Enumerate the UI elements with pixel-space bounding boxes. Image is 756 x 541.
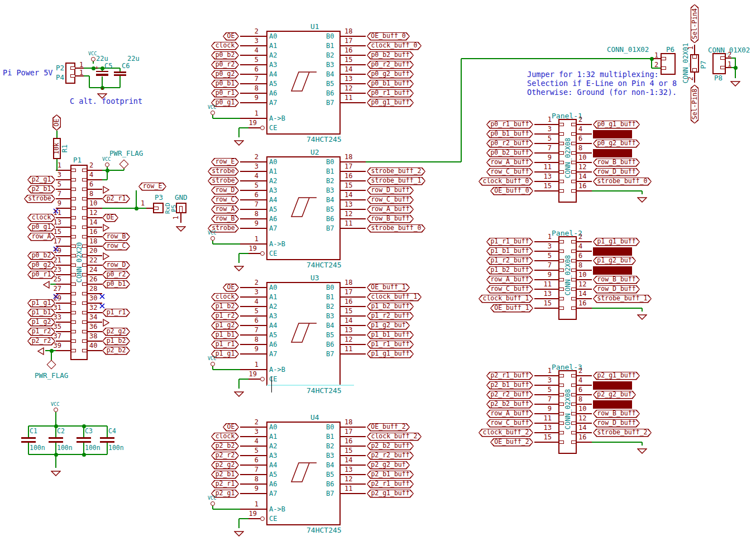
value-C1[interactable]: 100n <box>30 445 45 452</box>
global-label-p2_g2_buf[interactable]: p2_g2_buf <box>367 461 410 470</box>
global-label-OE_buff_1[interactable]: OE_buff_1 <box>367 284 410 292</box>
global-label-p0_b1_buff[interactable]: p0_b1_buff <box>486 130 533 138</box>
ref-U1[interactable]: U1 <box>310 23 319 30</box>
ref-P4[interactable]: P4 <box>56 74 64 82</box>
global-label-p0_g1_buff[interactable]: p0_g1_buff <box>367 99 414 107</box>
global-label-OE[interactable]: OE <box>223 32 239 41</box>
ref-R1[interactable]: R1 <box>61 145 68 152</box>
value-C5[interactable]: 22u <box>96 55 108 62</box>
global-label-p1_b1_buff[interactable]: p1_b1_buff <box>367 331 414 339</box>
global-label-row_B_buff[interactable]: row_B_buff <box>367 215 414 223</box>
global-label-p1_r2_buff[interactable]: p1_r2_buff <box>367 312 414 320</box>
value-C6[interactable]: 22u <box>127 55 140 62</box>
global-label-p2_r1_buff[interactable]: p2_r1_buff <box>486 372 533 380</box>
global-label-row_E[interactable]: row_E <box>211 158 239 166</box>
global-label-strobe_buff_2[interactable]: strobe_buff_2 <box>367 167 425 176</box>
global-label-p2_r2[interactable]: p2_r2 <box>211 452 239 460</box>
global-label-clock_buff_0[interactable]: clock_buff_0 <box>479 178 533 186</box>
pwr-flag-label[interactable]: PWR_FLAG <box>35 372 68 380</box>
global-label-strobe[interactable]: strobe <box>208 177 239 185</box>
value-U4[interactable]: 74HCT245 <box>307 526 342 534</box>
global-label-row_B[interactable]: row_B <box>211 215 239 223</box>
global-label-p0_b1_buff[interactable]: p0_b1_buff <box>367 80 414 88</box>
global-label-row_A[interactable]: row_A <box>211 205 239 214</box>
global-label-p0_r2[interactable]: p0_r2 <box>102 271 130 279</box>
global-label-row_C[interactable]: row_C <box>211 196 239 204</box>
global-label-row_A_buff[interactable]: row_A_buff <box>367 205 414 214</box>
global-label-p2_r1_buff[interactable]: p2_r1_buff <box>367 480 414 489</box>
ref-C4[interactable]: C4 <box>108 428 116 435</box>
ref-P2[interactable]: P2 <box>56 65 64 72</box>
global-label-p0_b1[interactable]: p0_b1 <box>211 80 239 88</box>
global-label-row_D_buff[interactable]: row_D_buff <box>593 285 640 294</box>
value-U2[interactable]: 74HCT245 <box>307 261 342 269</box>
connector-body-P2P4[interactable] <box>65 63 75 84</box>
ref-U3[interactable]: U3 <box>310 274 319 281</box>
global-label-p2_b2[interactable]: p2_b2 <box>102 347 130 355</box>
global-label-row_C_buff[interactable]: row_C_buff <box>486 168 533 176</box>
global-label-p1_r2[interactable]: p1_r2 <box>211 312 239 320</box>
global-label-OE[interactable]: OE <box>223 284 239 292</box>
global-label-p0_r1_buff[interactable]: p0_r1_buff <box>486 121 533 129</box>
value-Panel-1[interactable]: CONN_02X08 <box>564 138 571 178</box>
global-label-Sel-Pin8[interactable]: Sel-Pin8 <box>593 400 632 409</box>
ref-U2[interactable]: U2 <box>310 149 319 156</box>
global-label-OE[interactable]: OE <box>223 423 239 432</box>
value-C3[interactable]: 100n <box>85 445 101 452</box>
global-label-p2_b2_buff[interactable]: p2_b2_buff <box>367 442 414 451</box>
note-pi-power-5v[interactable]: Pi Power 5V <box>3 69 52 77</box>
global-label-row_C_buff[interactable]: row_C_buff <box>486 285 533 294</box>
global-label-strobe_buff_1[interactable]: strobe_buff_1 <box>367 177 425 185</box>
global-label-OE_buff_2[interactable]: OE_buff_2 <box>367 423 410 432</box>
note-c-alt-footprint[interactable]: C alt. footprint <box>70 98 142 106</box>
note-jumper-line-2[interactable]: Selection if E-Line on Pin 4 or 8 <box>527 80 677 88</box>
global-label-Sel-Pin4-vert[interactable]: Sel-Pin4 <box>691 4 699 43</box>
global-label-p1_b1[interactable]: p1_b1 <box>211 331 239 339</box>
global-label-p0_g2[interactable]: p0_g2 <box>211 70 239 79</box>
pwr-flag-label[interactable]: PWR_FLAG <box>109 150 143 157</box>
ref-C6[interactable]: C6 <box>122 63 130 69</box>
global-label-p2_b1_buff[interactable]: p2_b1_buff <box>486 381 533 390</box>
global-label-row_A_buff[interactable]: row_A_buff <box>486 159 533 167</box>
global-label-p1_r1[interactable]: p1_r1 <box>102 309 130 317</box>
global-label-p1_g2[interactable]: p1_g2 <box>211 322 239 330</box>
value-Panel-3[interactable]: CONN_02X08 <box>564 389 571 429</box>
global-label-p1_b2_buff[interactable]: p1_b2_buff <box>486 266 533 275</box>
global-label-clock_buff_2[interactable]: clock_buff_2 <box>479 429 533 437</box>
ref-P6[interactable]: P6 <box>666 46 674 54</box>
global-label-p0_r1[interactable]: p0_r1 <box>211 89 239 98</box>
global-label-Sel-Pin4[interactable]: Sel-Pin4 <box>593 130 632 138</box>
value-P1[interactable]: CONN_02X20 <box>76 242 83 283</box>
global-label-row_C_buff[interactable]: row_C_buff <box>486 419 533 428</box>
value-U3[interactable]: 74HCT245 <box>307 387 342 394</box>
global-label-p1_g2_buf[interactable]: p1_g2_buf <box>367 322 410 330</box>
ref-P8[interactable]: P8 <box>714 75 722 82</box>
global-label-p2_g1_buff[interactable]: p2_g1_buff <box>367 490 414 498</box>
global-label-p2_g2[interactable]: p2_g2 <box>211 461 239 470</box>
connector-body-P6[interactable] <box>661 53 676 75</box>
global-label-p0_b2_buff[interactable]: p0_b2_buff <box>367 51 414 60</box>
value-U1[interactable]: 74HCT245 <box>307 136 342 143</box>
ref-U4[interactable]: U4 <box>310 414 319 421</box>
value-R1[interactable]: 10k <box>54 143 60 155</box>
ref-C3[interactable]: C3 <box>85 428 93 435</box>
global-label-row_E[interactable]: row_E <box>138 183 166 191</box>
global-label-OE_buff_1[interactable]: OE_buff_1 <box>490 304 533 313</box>
global-label-p1_r2_buff[interactable]: p1_r2_buff <box>486 257 533 265</box>
global-label-Sel-Pin4[interactable]: Sel-Pin4 <box>593 381 632 390</box>
global-label-row_B_buff[interactable]: row_B_buff <box>593 159 640 167</box>
ref-C2[interactable]: C2 <box>57 428 65 435</box>
ref-P3[interactable]: P3 <box>155 194 163 202</box>
global-label-clock_buff_0[interactable]: clock_buff_0 <box>367 42 422 50</box>
global-label-row_C[interactable]: row_C <box>102 242 130 251</box>
global-label-row_D_buff[interactable]: row_D_buff <box>593 419 640 428</box>
global-label-p2_r1[interactable]: p2_r1 <box>211 480 239 489</box>
global-label-p1_r1_buff[interactable]: p1_r1_buff <box>486 238 533 246</box>
global-label-p2_r2_buff[interactable]: p2_r2_buff <box>367 452 414 460</box>
global-label-p1_g2_buf[interactable]: p1_g2_buf <box>593 257 636 265</box>
global-label-p2_g2_buf[interactable]: p2_g2_buf <box>593 391 636 399</box>
value-C2[interactable]: 100n <box>57 445 73 452</box>
global-label-p2_g2[interactable]: p2_g2 <box>102 328 130 336</box>
global-label-clock[interactable]: clock <box>211 42 239 50</box>
global-label-row_B[interactable]: row_B <box>102 233 130 241</box>
